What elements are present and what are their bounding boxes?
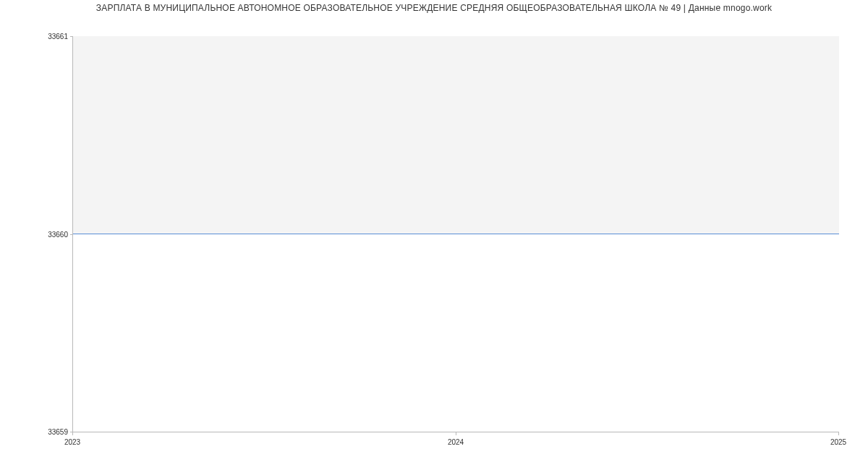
y-tick-label: 33661 — [3, 33, 68, 40]
x-tick-mark — [456, 432, 456, 435]
y-tick-label: 33659 — [3, 428, 68, 436]
y-tick-label: 33660 — [3, 231, 68, 239]
plot-area — [72, 36, 839, 432]
x-tick-label: 2023 — [64, 438, 80, 446]
x-tick-label: 2025 — [830, 438, 846, 446]
x-tick-mark — [838, 432, 839, 435]
plot-lower-band — [73, 234, 839, 432]
chart-container: ЗАРПЛАТА В МУНИЦИПАЛЬНОЕ АВТОНОМНОЕ ОБРА… — [0, 0, 868, 470]
y-tick-mark — [70, 36, 73, 37]
series-line — [73, 234, 839, 234]
chart-title: ЗАРПЛАТА В МУНИЦИПАЛЬНОЕ АВТОНОМНОЕ ОБРА… — [0, 3, 868, 13]
x-tick-mark — [72, 432, 73, 435]
y-tick-mark — [70, 234, 73, 235]
x-tick-label: 2024 — [448, 438, 464, 446]
